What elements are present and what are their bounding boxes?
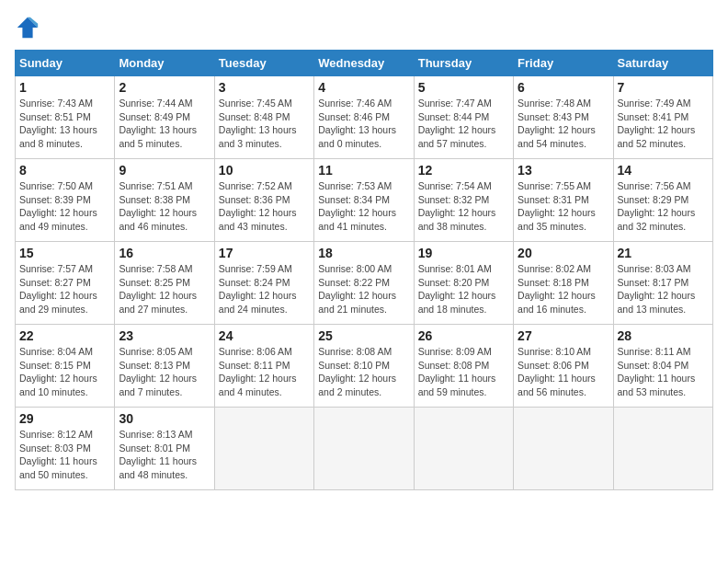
calendar-day-empty [214, 408, 313, 490]
calendar-day-27: 27Sunrise: 8:10 AMSunset: 8:06 PMDayligh… [514, 325, 613, 408]
calendar-day-25: 25Sunrise: 8:08 AMSunset: 8:10 PMDayligh… [314, 325, 414, 408]
calendar-day-2: 2Sunrise: 7:44 AMSunset: 8:49 PMDaylight… [115, 76, 214, 159]
calendar-day-23: 23Sunrise: 8:05 AMSunset: 8:13 PMDayligh… [115, 325, 214, 408]
calendar-day-21: 21Sunrise: 8:03 AMSunset: 8:17 PMDayligh… [613, 242, 712, 325]
calendar-day-empty [514, 408, 613, 490]
calendar-table: SundayMondayTuesdayWednesdayThursdayFrid… [15, 50, 713, 490]
week-row-3: 15Sunrise: 7:57 AMSunset: 8:27 PMDayligh… [16, 242, 713, 325]
calendar-day-11: 11Sunrise: 7:53 AMSunset: 8:34 PMDayligh… [314, 159, 414, 242]
calendar-day-15: 15Sunrise: 7:57 AMSunset: 8:27 PMDayligh… [16, 242, 115, 325]
page-header [15, 15, 713, 40]
calendar-day-22: 22Sunrise: 8:04 AMSunset: 8:15 PMDayligh… [16, 325, 115, 408]
weekday-header-tuesday: Tuesday [214, 51, 313, 76]
calendar-day-12: 12Sunrise: 7:54 AMSunset: 8:32 PMDayligh… [414, 159, 513, 242]
calendar-day-1: 1Sunrise: 7:43 AMSunset: 8:51 PMDaylight… [16, 76, 115, 159]
calendar-day-28: 28Sunrise: 8:11 AMSunset: 8:04 PMDayligh… [613, 325, 712, 408]
weekday-header-saturday: Saturday [613, 51, 712, 76]
weekday-header-friday: Friday [514, 51, 613, 76]
weekday-header-monday: Monday [115, 51, 214, 76]
calendar-day-6: 6Sunrise: 7:48 AMSunset: 8:43 PMDaylight… [514, 76, 613, 159]
calendar-day-17: 17Sunrise: 7:59 AMSunset: 8:24 PMDayligh… [214, 242, 313, 325]
calendar-day-19: 19Sunrise: 8:01 AMSunset: 8:20 PMDayligh… [414, 242, 513, 325]
calendar-day-10: 10Sunrise: 7:52 AMSunset: 8:36 PMDayligh… [214, 159, 313, 242]
calendar-day-9: 9Sunrise: 7:51 AMSunset: 8:38 PMDaylight… [115, 159, 214, 242]
calendar-day-20: 20Sunrise: 8:02 AMSunset: 8:18 PMDayligh… [514, 242, 613, 325]
calendar-day-empty [314, 408, 414, 490]
calendar-day-14: 14Sunrise: 7:56 AMSunset: 8:29 PMDayligh… [613, 159, 712, 242]
calendar-day-4: 4Sunrise: 7:46 AMSunset: 8:46 PMDaylight… [314, 76, 414, 159]
week-row-2: 8Sunrise: 7:50 AMSunset: 8:39 PMDaylight… [16, 159, 713, 242]
logo [15, 15, 44, 40]
week-row-1: 1Sunrise: 7:43 AMSunset: 8:51 PMDaylight… [16, 76, 713, 159]
svg-marker-0 [17, 17, 38, 38]
calendar-day-24: 24Sunrise: 8:06 AMSunset: 8:11 PMDayligh… [214, 325, 313, 408]
calendar-day-13: 13Sunrise: 7:55 AMSunset: 8:31 PMDayligh… [514, 159, 613, 242]
calendar-day-8: 8Sunrise: 7:50 AMSunset: 8:39 PMDaylight… [16, 159, 115, 242]
calendar-day-29: 29Sunrise: 8:12 AMSunset: 8:03 PMDayligh… [16, 408, 115, 490]
calendar-day-5: 5Sunrise: 7:47 AMSunset: 8:44 PMDaylight… [414, 76, 513, 159]
calendar-day-7: 7Sunrise: 7:49 AMSunset: 8:41 PMDaylight… [613, 76, 712, 159]
calendar-day-16: 16Sunrise: 7:58 AMSunset: 8:25 PMDayligh… [115, 242, 214, 325]
week-row-5: 29Sunrise: 8:12 AMSunset: 8:03 PMDayligh… [16, 408, 713, 490]
calendar-day-26: 26Sunrise: 8:09 AMSunset: 8:08 PMDayligh… [414, 325, 513, 408]
calendar-day-18: 18Sunrise: 8:00 AMSunset: 8:22 PMDayligh… [314, 242, 414, 325]
logo-icon [15, 15, 40, 40]
calendar-day-3: 3Sunrise: 7:45 AMSunset: 8:48 PMDaylight… [214, 76, 313, 159]
calendar-day-30: 30Sunrise: 8:13 AMSunset: 8:01 PMDayligh… [115, 408, 214, 490]
weekday-header-row: SundayMondayTuesdayWednesdayThursdayFrid… [16, 51, 713, 76]
weekday-header-wednesday: Wednesday [314, 51, 414, 76]
weekday-header-thursday: Thursday [414, 51, 513, 76]
calendar-day-empty [414, 408, 513, 490]
calendar-day-empty [613, 408, 712, 490]
week-row-4: 22Sunrise: 8:04 AMSunset: 8:15 PMDayligh… [16, 325, 713, 408]
weekday-header-sunday: Sunday [16, 51, 115, 76]
